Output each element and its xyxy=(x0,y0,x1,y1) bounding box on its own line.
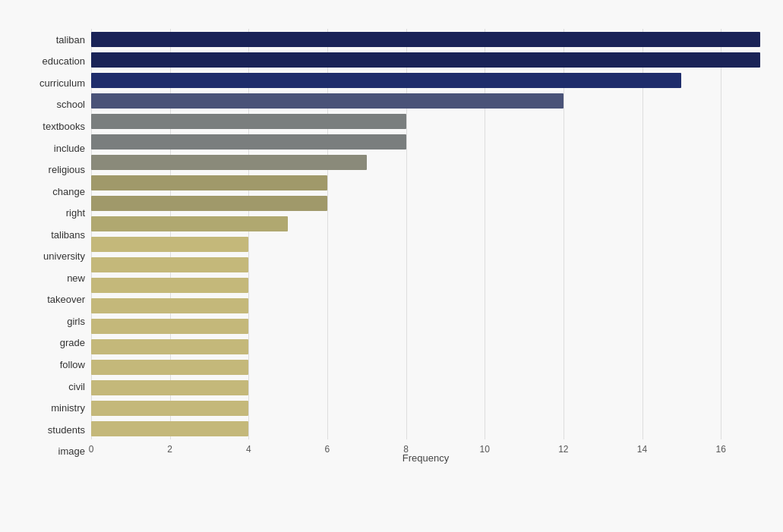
y-label-image: image xyxy=(58,446,85,456)
bar-row-grade xyxy=(91,318,760,335)
bar-row-change xyxy=(91,175,760,191)
y-label-civil: civil xyxy=(68,382,85,392)
bar-new xyxy=(91,257,248,272)
bar-row-students xyxy=(91,400,760,417)
y-label-taliban: taliban xyxy=(56,35,85,45)
bar-row-civil xyxy=(91,359,760,376)
bar-row-follow xyxy=(91,338,760,355)
bar-include xyxy=(91,134,406,150)
bar-row-takeover xyxy=(91,277,760,294)
bar-right xyxy=(91,196,327,211)
bar-students xyxy=(91,401,248,416)
bar-row-right xyxy=(91,195,760,212)
y-label-religious: religious xyxy=(49,165,85,175)
y-label-ministry: ministry xyxy=(51,403,85,413)
bar-row-ministry xyxy=(91,379,760,396)
bar-row-education xyxy=(91,52,760,68)
bar-image xyxy=(91,421,248,436)
y-label-new: new xyxy=(67,273,85,283)
bar-ministry xyxy=(91,380,248,395)
bar-school xyxy=(91,93,564,109)
bar-education xyxy=(91,52,760,68)
bar-row-include xyxy=(91,134,760,150)
bar-religious xyxy=(91,155,367,170)
y-label-textbooks: textbooks xyxy=(43,121,85,131)
y-label-change: change xyxy=(52,187,85,197)
bar-civil xyxy=(91,360,248,375)
bar-takeover xyxy=(91,278,248,293)
bar-talibans xyxy=(91,216,288,231)
bar-row-university xyxy=(91,236,760,253)
bar-row-religious xyxy=(91,154,760,171)
bar-row-image xyxy=(91,420,760,437)
bar-grade xyxy=(91,319,248,334)
y-label-students: students xyxy=(48,425,85,435)
y-label-include: include xyxy=(54,143,85,153)
bar-row-school xyxy=(91,93,760,109)
bar-row-girls xyxy=(91,297,760,314)
bar-row-talibans xyxy=(91,216,760,232)
bar-curriculum xyxy=(91,73,681,88)
x-axis-label: Frequency xyxy=(91,452,760,464)
y-label-right: right xyxy=(66,208,85,218)
bar-university xyxy=(91,237,248,252)
bar-row-new xyxy=(91,257,760,273)
chart-container: talibaneducationcurriculumschooltextbook… xyxy=(0,0,783,532)
bar-textbooks xyxy=(91,114,406,129)
bar-row-taliban xyxy=(91,31,760,48)
y-label-follow: follow xyxy=(60,360,85,370)
bar-girls xyxy=(91,298,248,313)
y-label-takeover: takeover xyxy=(47,294,85,304)
y-label-university: university xyxy=(43,251,85,261)
bar-taliban xyxy=(91,32,760,47)
y-label-curriculum: curriculum xyxy=(39,78,85,88)
bar-change xyxy=(91,175,327,190)
bar-row-textbooks xyxy=(91,113,760,130)
y-axis: talibaneducationcurriculumschooltextbook… xyxy=(23,29,91,462)
y-label-education: education xyxy=(43,56,85,66)
y-label-grade: grade xyxy=(60,338,85,348)
y-label-school: school xyxy=(56,99,85,109)
bar-row-curriculum xyxy=(91,72,760,89)
bar-follow xyxy=(91,339,248,354)
y-label-talibans: talibans xyxy=(51,230,85,240)
y-label-girls: girls xyxy=(67,316,85,326)
